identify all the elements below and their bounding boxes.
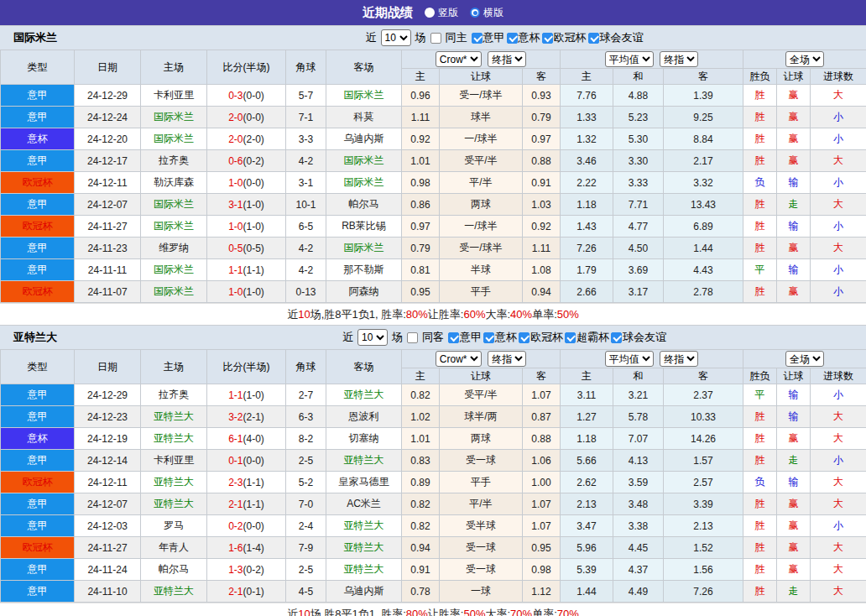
odds-home: 0.81 bbox=[402, 259, 440, 281]
result-goals: 大 bbox=[811, 559, 866, 581]
home-team: 卡利亚里 bbox=[141, 85, 207, 107]
competition-checkbox[interactable] bbox=[588, 33, 599, 44]
odds-home: 0.91 bbox=[402, 559, 440, 581]
same-venue-label: 同客 bbox=[422, 330, 444, 345]
halftime-score: (0-1) bbox=[243, 586, 264, 598]
result-goals: 大 bbox=[811, 85, 866, 107]
competition-checkbox[interactable] bbox=[483, 332, 494, 343]
competition-checkbox[interactable] bbox=[448, 332, 459, 343]
home-team: 国际米兰 bbox=[141, 281, 207, 303]
corner-score: 7-1 bbox=[286, 107, 326, 128]
same-venue-checkbox[interactable] bbox=[407, 332, 418, 343]
corner-score: 5-2 bbox=[286, 472, 326, 493]
competition-label: 意甲 bbox=[483, 30, 505, 45]
summary-segment: 近 bbox=[287, 607, 298, 616]
odds-line: 半球 bbox=[440, 259, 523, 281]
full-match-select[interactable]: 全场 bbox=[785, 351, 824, 367]
competition-checkbox[interactable] bbox=[611, 332, 622, 343]
odds-final-select[interactable]: 终指 bbox=[488, 51, 526, 67]
avg-final-select[interactable]: 终指 bbox=[660, 351, 698, 367]
competition-label: 球会友谊 bbox=[623, 330, 666, 345]
corner-score: 4-2 bbox=[286, 259, 326, 281]
avg-source-select[interactable]: 平均值 bbox=[605, 351, 654, 367]
league-badge: 欧冠杯 bbox=[1, 172, 75, 194]
match-row: 意甲24-12-14卡利亚里0-1(0-0)2-5亚特兰大0.83受一球1.06… bbox=[1, 450, 866, 472]
result-outcome: 平 bbox=[743, 259, 777, 281]
odds-line: 两球 bbox=[440, 194, 523, 216]
competition-checkbox[interactable] bbox=[507, 33, 518, 44]
odds-final-select[interactable]: 终指 bbox=[488, 351, 526, 367]
odds-source-select[interactable]: Crow* bbox=[436, 51, 482, 67]
same-venue-checkbox[interactable] bbox=[430, 33, 441, 44]
radio-vertical-layout[interactable]: 竖版 bbox=[425, 6, 458, 20]
score-cell: 3-2(2-1) bbox=[207, 406, 286, 428]
avg-away: 9.25 bbox=[664, 107, 743, 128]
odds-home: 0.82 bbox=[402, 515, 440, 537]
avg-final-select[interactable]: 终指 bbox=[660, 51, 698, 67]
league-badge: 意甲 bbox=[1, 107, 75, 128]
radio-selected-icon[interactable] bbox=[470, 8, 480, 18]
games-label: 场 bbox=[392, 330, 403, 345]
page-title: 近期战绩 bbox=[363, 5, 413, 21]
odds-home: 1.01 bbox=[402, 150, 440, 172]
result-goals: 小 bbox=[811, 515, 866, 537]
home-team: 国际米兰 bbox=[141, 128, 207, 150]
score-cell: 6-1(4-0) bbox=[207, 428, 286, 450]
result-handicap: 赢 bbox=[777, 428, 811, 450]
col-home: 主场 bbox=[141, 50, 207, 85]
avg-draw: 5.23 bbox=[613, 107, 664, 128]
competition-filter: 意甲 bbox=[448, 330, 482, 345]
recent-count-select[interactable]: 10 bbox=[381, 29, 411, 46]
match-row: 欧冠杯24-11-27国际米兰1-0(1-0)6-5RB莱比锡0.97一/球半0… bbox=[1, 216, 866, 238]
odds-group-header: Crow* 终指 bbox=[402, 50, 561, 69]
radio-icon[interactable] bbox=[425, 8, 435, 18]
avg-draw: 4.49 bbox=[613, 581, 664, 603]
odds-line: 两球 bbox=[440, 428, 523, 450]
recent-results-page: 近期战绩 竖版 横版 国际米兰 近 10 场 同主 意甲意杯欧冠杯球会友谊 bbox=[0, 0, 866, 616]
halftime-score: (0-2) bbox=[243, 564, 264, 576]
competition-label: 意杯 bbox=[519, 30, 540, 45]
halftime-score: (0-0) bbox=[243, 112, 264, 123]
competition-checkbox[interactable] bbox=[542, 33, 553, 44]
avg-source-select[interactable]: 平均值 bbox=[605, 51, 654, 67]
home-team: 亚特兰大 bbox=[141, 428, 207, 450]
match-row: 意甲24-11-11国际米兰1-1(1-1)4-2那不勒斯0.81半球1.081… bbox=[1, 259, 866, 281]
odds-away: 1.07 bbox=[523, 493, 561, 515]
fulltime-score: 1-6 bbox=[228, 542, 243, 554]
competition-checkbox[interactable] bbox=[472, 33, 483, 44]
odds-away: 1.00 bbox=[523, 472, 561, 493]
radio-horizontal-layout[interactable]: 横版 bbox=[470, 6, 503, 20]
avg-away: 13.43 bbox=[664, 194, 743, 216]
col-odds-home: 主 bbox=[402, 69, 440, 85]
competition-label: 意甲 bbox=[460, 330, 482, 345]
odds-line: 受一球 bbox=[440, 450, 523, 472]
fulltime-score: 2-3 bbox=[228, 477, 243, 488]
avg-home: 1.44 bbox=[561, 581, 613, 603]
odds-line: 受平/半 bbox=[440, 384, 523, 406]
avg-away: 10.33 bbox=[664, 406, 743, 428]
summary-line: 近10场,胜8平1负1, 胜率:80% 让胜率:50% 大率:70% 单率:70… bbox=[0, 603, 866, 616]
result-goals: 小 bbox=[811, 281, 866, 303]
avg-away: 14.26 bbox=[664, 428, 743, 450]
result-goals: 小 bbox=[811, 107, 866, 128]
odds-home: 0.83 bbox=[402, 450, 440, 472]
competition-checkbox[interactable] bbox=[519, 332, 530, 343]
league-badge: 意甲 bbox=[1, 85, 75, 107]
full-match-select[interactable]: 全场 bbox=[785, 51, 824, 67]
recent-count-select[interactable]: 10 bbox=[357, 329, 388, 346]
result-handicap: 输 bbox=[777, 259, 811, 281]
col-outcome: 胜负 bbox=[743, 69, 777, 85]
avg-draw: 4.37 bbox=[613, 559, 664, 581]
avg-home: 3.46 bbox=[561, 150, 613, 172]
odds-group-header: Crow* 终指 bbox=[402, 350, 561, 368]
fulltime-score: 1-0 bbox=[228, 177, 243, 189]
odds-source-select[interactable]: Crow* bbox=[436, 351, 482, 367]
avg-home: 5.66 bbox=[561, 450, 613, 472]
filter-bar: 近 10 场 同主 意甲意杯欧冠杯球会友谊 bbox=[143, 29, 866, 46]
competition-checkbox[interactable] bbox=[565, 332, 576, 343]
away-team: 切塞纳 bbox=[326, 428, 402, 450]
result-handicap: 赢 bbox=[777, 493, 811, 515]
result-handicap: 赢 bbox=[777, 85, 811, 107]
away-team: 国际米兰 bbox=[326, 238, 402, 259]
odds-home: 0.94 bbox=[402, 537, 440, 559]
